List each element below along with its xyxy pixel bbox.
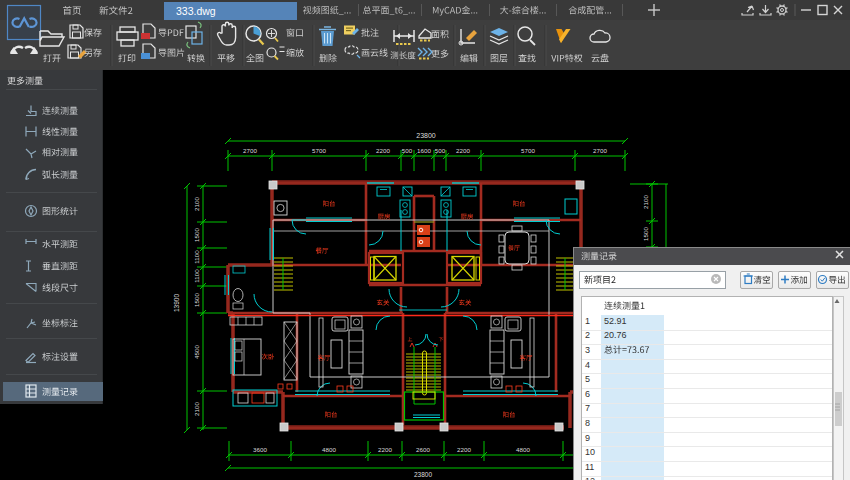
- svg-text:2700: 2700: [243, 147, 257, 154]
- svg-text:1500: 1500: [193, 293, 200, 307]
- svg-text:2100: 2100: [193, 197, 200, 211]
- svg-text:500: 500: [435, 147, 446, 154]
- svg-text:2200: 2200: [376, 147, 390, 154]
- svg-text:1100: 1100: [193, 250, 200, 264]
- svg-text:2600: 2600: [416, 446, 430, 453]
- svg-text:2100: 2100: [642, 195, 649, 209]
- svg-text:4800: 4800: [516, 446, 530, 453]
- svg-text:1500: 1500: [642, 227, 649, 241]
- svg-text:2200: 2200: [457, 446, 471, 453]
- svg-text:1600: 1600: [417, 147, 431, 154]
- svg-text:5700: 5700: [521, 147, 535, 154]
- svg-text:4500: 4500: [193, 345, 200, 359]
- svg-text:2200: 2200: [378, 446, 392, 453]
- svg-text:2700: 2700: [593, 147, 607, 154]
- svg-text:2100: 2100: [193, 402, 200, 416]
- svg-text:1500: 1500: [193, 228, 200, 242]
- svg-text:4800: 4800: [322, 446, 336, 453]
- svg-text:500: 500: [402, 147, 413, 154]
- svg-text:2200: 2200: [456, 147, 470, 154]
- svg-text:1100: 1100: [193, 269, 200, 283]
- svg-text:3600: 3600: [253, 446, 267, 453]
- svg-text:13900: 13900: [173, 294, 180, 312]
- svg-text:23800: 23800: [416, 132, 436, 139]
- svg-text:23800: 23800: [414, 471, 432, 478]
- svg-text:5700: 5700: [312, 147, 326, 154]
